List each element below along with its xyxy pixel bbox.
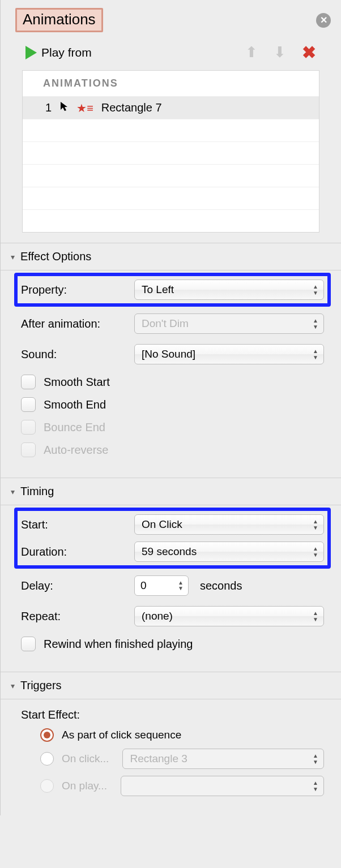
duration-value: 59 seconds (142, 545, 197, 558)
trigger-onclick-radio[interactable] (40, 752, 54, 766)
stepper-icon: ▲▼ (311, 346, 320, 363)
delay-value: 0 (140, 579, 147, 592)
chevron-down-icon: ▾ (11, 487, 15, 496)
close-icon: ✕ (320, 15, 327, 25)
play-from-label: Play from (41, 46, 92, 59)
bounce-end-checkbox (21, 420, 36, 435)
smooth-start-checkbox[interactable] (21, 375, 36, 389)
chevron-down-icon: ▾ (11, 681, 15, 690)
remove-animation-button[interactable]: ✖ (302, 42, 316, 62)
arrow-up-icon: ⬆ (245, 44, 258, 61)
sound-value: [No Sound] (142, 348, 195, 360)
animation-list-header: ANIMATIONS (23, 71, 319, 96)
animation-index: 1 (45, 101, 52, 114)
effect-type-icon: ★≡ (76, 101, 93, 115)
start-value: On Click (142, 518, 182, 531)
property-value: To Left (142, 283, 174, 296)
play-from-button[interactable]: Play from (25, 46, 92, 59)
highlight-annotation: Property: To Left ▲▼ (14, 273, 331, 307)
after-animation-label: After animation: (21, 317, 134, 330)
animation-list-empty-row (23, 164, 319, 187)
trigger-onclick-select: Rectangle 3 ▲▼ (122, 749, 324, 769)
section-title: Triggers (20, 679, 62, 692)
chevron-down-icon: ▾ (11, 252, 15, 261)
move-up-button[interactable]: ⬆ (245, 44, 258, 61)
trigger-onplay-label: On play... (62, 780, 107, 792)
stepper-icon: ▲▼ (311, 543, 320, 560)
stepper-icon: ▲▼ (311, 777, 320, 794)
stepper-icon: ▲▼ (311, 750, 320, 767)
play-icon (25, 46, 37, 59)
property-label: Property: (21, 283, 134, 297)
section-header-timing[interactable]: ▾ Timing (1, 478, 341, 505)
repeat-label: Repeat: (21, 610, 134, 623)
property-select[interactable]: To Left ▲▼ (134, 280, 324, 300)
trigger-onclick-value: Rectangle 3 (130, 753, 187, 765)
highlight-annotation: Start: On Click ▲▼ Duration: 59 seconds … (14, 508, 331, 569)
animation-list-empty-row (23, 209, 319, 232)
panel-tab-animations[interactable]: Animations (15, 8, 103, 32)
start-label: Start: (21, 518, 134, 531)
auto-reverse-label: Auto-reverse (44, 444, 109, 457)
smooth-end-checkbox[interactable] (21, 397, 36, 412)
animation-list-empty-row (23, 119, 319, 141)
sound-label: Sound: (21, 348, 134, 361)
delay-stepper[interactable]: 0 ▲▼ (134, 575, 189, 596)
animation-target-name: Rectangle 7 (101, 101, 162, 114)
repeat-select[interactable]: (none) ▲▼ (134, 606, 324, 626)
stepper-icon: ▲▼ (311, 516, 320, 533)
smooth-end-label: Smooth End (44, 398, 106, 411)
stepper-icon: ▲▼ (311, 315, 320, 332)
bounce-end-label: Bounce End (44, 421, 105, 434)
after-animation-value: Don't Dim (142, 317, 189, 330)
trigger-sequence-label: As part of click sequence (62, 729, 181, 741)
arrow-down-icon: ⬇ (274, 44, 286, 61)
animation-list[interactable]: ANIMATIONS 1 ★≡ Rectangle 7 (22, 70, 319, 233)
trigger-onclick-label: On click... (62, 753, 109, 765)
panel-tab-label: Animations (23, 11, 96, 28)
smooth-start-label: Smooth Start (44, 376, 110, 389)
sound-select[interactable]: [No Sound] ▲▼ (134, 344, 324, 364)
animation-list-item[interactable]: 1 ★≡ Rectangle 7 (23, 96, 319, 119)
animation-list-empty-row (23, 187, 319, 209)
animation-list-empty-row (23, 141, 319, 164)
move-down-button[interactable]: ⬇ (274, 44, 286, 61)
duration-select[interactable]: 59 seconds ▲▼ (134, 542, 324, 562)
start-effect-label: Start Effect: (21, 708, 324, 721)
stepper-icon: ▲▼ (311, 281, 320, 298)
section-title: Timing (20, 485, 54, 498)
delay-label: Delay: (21, 579, 134, 592)
onclick-trigger-icon (59, 101, 69, 115)
rewind-checkbox[interactable] (21, 637, 36, 651)
section-header-effect-options[interactable]: ▾ Effect Options (1, 243, 341, 270)
section-title: Effect Options (20, 250, 91, 263)
after-animation-select: Don't Dim ▲▼ (134, 313, 324, 334)
trigger-onplay-radio (40, 779, 54, 793)
stepper-icon: ▲▼ (176, 577, 186, 594)
stepper-icon: ▲▼ (311, 608, 320, 625)
auto-reverse-checkbox (21, 442, 36, 457)
repeat-value: (none) (142, 610, 173, 622)
remove-icon: ✖ (302, 43, 316, 62)
duration-label: Duration: (21, 545, 134, 558)
section-header-triggers[interactable]: ▾ Triggers (1, 672, 341, 699)
start-select[interactable]: On Click ▲▼ (134, 514, 324, 535)
rewind-label: Rewind when finished playing (44, 638, 193, 651)
close-panel-button[interactable]: ✕ (316, 13, 331, 28)
trigger-onplay-select: ▲▼ (121, 776, 324, 796)
delay-unit: seconds (200, 579, 242, 592)
trigger-sequence-radio[interactable] (40, 728, 54, 742)
